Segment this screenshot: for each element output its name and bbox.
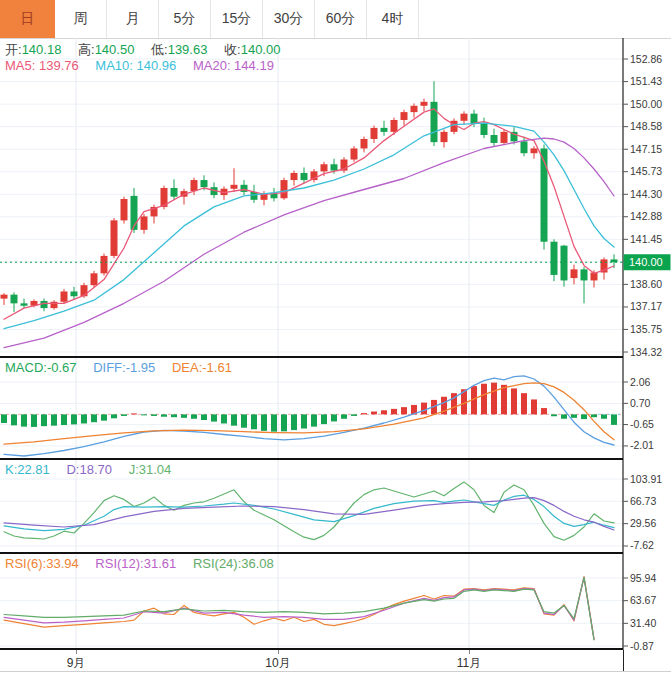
y-axis-tick-label: 134.32	[630, 346, 662, 358]
y-axis-tick-label: 151.43	[630, 75, 662, 87]
y-axis-tick-label: -2.01	[630, 439, 654, 451]
ma5-value: MA5: 139.76	[5, 58, 79, 73]
y-axis-tick-label: -7.62	[630, 539, 654, 551]
x-axis-month-label: 9月	[67, 655, 86, 672]
rsi12-value: RSI(12):31.61	[95, 556, 176, 571]
x-axis-month-label: 10月	[265, 655, 290, 672]
tab-5[interactable]: 30分	[263, 0, 315, 38]
y-axis-tick-label: 138.60	[630, 278, 662, 290]
low-value: 139.63	[168, 42, 208, 57]
candlestick-chart[interactable]: 152.86151.43150.00148.58147.15145.73144.…	[0, 38, 671, 358]
chart-application: 日周月5分15分30分60分4时 开:140.18 高:140.50 低:139…	[0, 0, 671, 678]
y-axis-tick-label: 2.06	[630, 376, 651, 388]
ma20-value: MA20: 144.19	[193, 58, 274, 73]
kdj-readout: K:22.81 D:18.70 J:31.04	[5, 462, 184, 477]
rsi-readout: RSI(6):33.94 RSI(12):31.61 RSI(24):36.08	[5, 556, 287, 571]
close-value: 140.00	[241, 42, 281, 57]
k-value: K:22.81	[5, 462, 50, 477]
y-axis-tick-label: 29.56	[630, 517, 656, 529]
y-axis-tick-label: 0.70	[630, 397, 651, 409]
high-label: 高:	[78, 42, 95, 57]
y-axis-tick-label: 142.88	[630, 210, 662, 222]
macd-value: MACD:-0.67	[5, 360, 77, 375]
y-axis-tick-label: 141.45	[630, 233, 662, 245]
last-price-label: 140.00	[629, 256, 663, 268]
y-axis-tick-label: 147.15	[630, 143, 662, 155]
tab-4[interactable]: 15分	[211, 0, 263, 38]
y-axis-tick-label: 103.91	[630, 473, 662, 485]
x-axis-baseline	[0, 671, 671, 672]
rsi24-value: RSI(24):36.08	[193, 556, 274, 571]
ma-readout: MA5: 139.76 MA10: 140.96 MA20: 144.19	[5, 58, 287, 73]
macd-readout: MACD:-0.67 DIFF:-1.95 DEA:-1.61	[5, 360, 245, 375]
d-value: D:18.70	[66, 462, 112, 477]
dea-value: DEA:-1.61	[172, 360, 232, 375]
x-axis-tick	[469, 650, 470, 654]
y-axis-tick-label: 95.94	[630, 572, 656, 584]
diff-value: DIFF:-1.95	[93, 360, 155, 375]
tab-0[interactable]: 日	[0, 0, 55, 38]
ohlc-readout: 开:140.18 高:140.50 低:139.63 收:140.00	[5, 41, 293, 59]
y-axis-tick-label: 63.67	[630, 594, 656, 606]
j-value: J:31.04	[129, 462, 172, 477]
y-axis-tick-label: 144.30	[630, 188, 662, 200]
y-axis-tick-label: 148.58	[630, 120, 662, 132]
x-axis-tick	[278, 650, 279, 654]
timeframe-tabbar: 日周月5分15分30分60分4时	[0, 0, 671, 39]
axis-border	[623, 650, 624, 671]
open-value: 140.18	[22, 42, 62, 57]
ma10-value: MA10: 140.96	[95, 58, 176, 73]
y-axis-tick-label: -0.65	[630, 418, 654, 430]
low-label: 低:	[151, 42, 168, 57]
y-axis-tick-label: 135.75	[630, 323, 662, 335]
y-axis-tick-label: -0.87	[630, 640, 654, 650]
tab-7[interactable]: 4时	[367, 0, 419, 38]
y-axis-tick-label: 66.73	[630, 495, 656, 507]
y-axis-tick-label: 145.73	[630, 165, 662, 177]
y-axis-tick-label: 31.40	[630, 617, 656, 629]
open-label: 开:	[5, 42, 22, 57]
high-value: 140.50	[95, 42, 135, 57]
y-axis-tick-label: 152.86	[630, 53, 662, 65]
x-axis: 9月10月11月	[0, 650, 671, 678]
tab-6[interactable]: 60分	[315, 0, 367, 38]
x-axis-tick	[76, 650, 77, 654]
y-axis-tick-label: 137.17	[630, 300, 662, 312]
y-axis-tick-label: 150.00	[630, 98, 662, 110]
x-axis-month-label: 11月	[457, 655, 481, 672]
tab-3[interactable]: 5分	[159, 0, 211, 38]
tab-1[interactable]: 周	[55, 0, 107, 38]
rsi6-value: RSI(6):33.94	[5, 556, 79, 571]
close-label: 收:	[224, 42, 241, 57]
tab-2[interactable]: 月	[107, 0, 159, 38]
